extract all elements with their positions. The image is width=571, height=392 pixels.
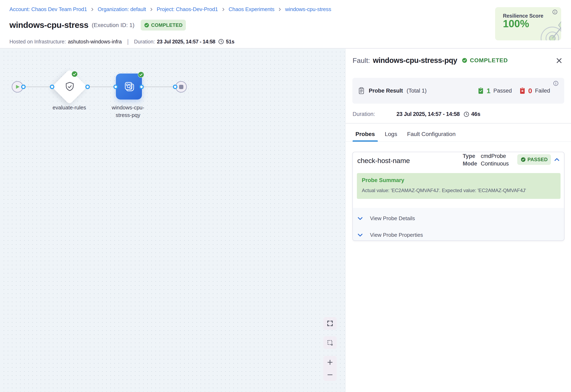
fullscreen-button[interactable] <box>323 317 337 330</box>
meta-separator: | <box>127 38 129 45</box>
page-header: Account: Chaos Dev Team Prod1 Organizati… <box>0 0 571 49</box>
type-label: Type <box>463 153 476 159</box>
zoom-in-button[interactable] <box>323 357 337 368</box>
stop-icon <box>179 85 183 89</box>
node-label-evaluate-rules: evaluate-rules <box>39 104 100 112</box>
passed-count: 1 <box>487 87 491 95</box>
target-arrow-illustration <box>495 7 561 40</box>
panel-duration-row: Duration: 23 Jul 2025, 14:57 - 14:58 46s <box>353 111 480 117</box>
breadcrumb-organization[interactable]: Organization: default <box>98 6 146 13</box>
view-probe-properties[interactable]: View Probe Properties <box>357 232 423 238</box>
connector-dot[interactable] <box>50 84 54 89</box>
header-duration-value: 23 Jul 2025, 14:57 - 14:58 <box>157 39 215 45</box>
status-badge: COMPLETED <box>141 20 186 30</box>
edge-start-to-rules <box>23 86 52 87</box>
clipboard-check-icon <box>478 87 484 94</box>
hosted-value: ashutosh-windows-infra <box>68 39 122 45</box>
page-title: windows-cpu-stress <box>9 20 88 30</box>
failed-label: Failed <box>535 88 550 94</box>
success-badge-icon <box>71 71 78 77</box>
connector-dot[interactable] <box>173 84 177 89</box>
probe-status-label: PASSED <box>527 157 548 162</box>
probe-summary-text: Actual value: 'EC2AMAZ-QMVAF4J'. Expecte… <box>362 188 556 193</box>
chevron-right-icon <box>149 7 154 12</box>
fault-status-badge: COMPLETED <box>462 57 508 64</box>
panel-duration-time: 46s <box>471 111 480 117</box>
view-probe-details[interactable]: View Probe Details <box>357 215 415 222</box>
resilience-score-card: Resilience Score 100% <box>495 7 561 40</box>
clipboard-x-icon <box>519 87 526 94</box>
probe-card-footer: View Probe Details View Probe Properties <box>353 208 564 241</box>
play-icon <box>15 84 20 89</box>
hosted-label: Hosted on Infrastructure: <box>9 39 66 45</box>
failed-count: 0 <box>528 87 532 95</box>
marquee-select-icon <box>327 339 333 346</box>
probe-result-total: (Total 1) <box>407 88 427 94</box>
header-duration-label: Duration: <box>134 39 155 45</box>
execution-id: (Execution ID: 1) <box>92 22 135 28</box>
fault-header: Fault: windows-cpu-stress-pqy COMPLETED <box>353 56 508 65</box>
chevron-right-icon <box>221 7 225 12</box>
passed-label: Passed <box>493 88 512 94</box>
meta-row: Hosted on Infrastructure: ashutosh-windo… <box>9 38 234 45</box>
zoom-out-button[interactable] <box>323 369 337 380</box>
connector-dot[interactable] <box>21 84 26 89</box>
check-circle-icon <box>462 57 467 63</box>
tab-bar: Probes Logs Fault Configuration <box>353 127 458 141</box>
chevron-down-icon <box>357 233 363 238</box>
connector-dot[interactable] <box>113 84 118 89</box>
breadcrumb-current[interactable]: windows-cpu-stress <box>285 6 331 13</box>
zoom-controls <box>323 356 337 381</box>
mode-value: Continuous <box>481 161 509 167</box>
probe-result-counts: 1 Passed 0 Failed <box>478 78 550 104</box>
marquee-select-button[interactable] <box>323 336 337 349</box>
collapse-button[interactable] <box>554 157 560 163</box>
header-duration-time: 51s <box>226 39 234 45</box>
panel-duration-label: Duration: <box>353 111 396 117</box>
probe-summary-box: Probe Summary Actual value: 'EC2AMAZ-QMV… <box>357 173 560 199</box>
breadcrumb-account[interactable]: Account: Chaos Dev Team Prod1 <box>9 6 87 13</box>
panel-duration-value: 23 Jul 2025, 14:57 - 14:58 <box>396 111 460 117</box>
status-badge-label: COMPLETED <box>151 22 182 28</box>
type-value: cmdProbe <box>481 153 509 159</box>
clipboard-icon <box>358 87 365 94</box>
probe-name: check-host-name <box>357 157 410 165</box>
experiment-icon <box>123 81 135 92</box>
view-probe-details-label: View Probe Details <box>370 215 415 222</box>
divider <box>346 123 571 124</box>
page: Account: Chaos Dev Team Prod1 Organizati… <box>0 0 571 392</box>
clock-icon <box>463 111 469 117</box>
connector-dot[interactable] <box>139 84 144 89</box>
probe-result-left: Probe Result (Total 1) <box>358 78 427 104</box>
breadcrumb-project[interactable]: Project: Chaos-Dev-Prod1 <box>157 6 218 13</box>
probe-status-badge: PASSED <box>517 154 551 165</box>
fault-detail-panel: Fault: windows-cpu-stress-pqy COMPLETED <box>346 49 571 392</box>
breadcrumb-chaos-experiments[interactable]: Chaos Experiments <box>229 6 274 13</box>
mode-label: Mode <box>463 161 476 167</box>
probe-result-title: Probe Result <box>369 88 403 94</box>
success-badge-icon <box>138 71 144 78</box>
plus-icon <box>327 359 333 366</box>
info-icon[interactable] <box>553 81 558 87</box>
chevron-right-icon <box>277 7 282 12</box>
title-row: windows-cpu-stress (Execution ID: 1) COM… <box>9 20 186 30</box>
edge-task-to-end <box>141 86 175 87</box>
check-circle-icon <box>144 23 149 28</box>
view-probe-properties-label: View Probe Properties <box>370 232 423 238</box>
tab-fault-configuration[interactable]: Fault Configuration <box>404 127 459 141</box>
tab-logs[interactable]: Logs <box>382 127 400 141</box>
check-circle-icon <box>521 157 526 162</box>
close-button[interactable] <box>556 57 563 64</box>
chevron-down-icon <box>357 216 363 221</box>
breadcrumb: Account: Chaos Dev Team Prod1 Organizati… <box>9 6 331 13</box>
fault-label: Fault: <box>353 56 370 65</box>
edge-rules-to-task <box>88 86 116 87</box>
minus-icon <box>327 371 333 378</box>
probe-result-bar: Probe Result (Total 1) 1 Passed <box>352 78 564 104</box>
connector-dot[interactable] <box>85 84 90 89</box>
chevron-right-icon <box>90 7 94 12</box>
pipeline-canvas[interactable]: evaluate-rules windows-cpu-stress-pqy <box>0 49 346 392</box>
probe-card: check-host-name Type cmdProbe Mode Conti… <box>352 152 564 241</box>
fault-status-label: COMPLETED <box>470 57 508 64</box>
tab-probes[interactable]: Probes <box>353 127 378 141</box>
